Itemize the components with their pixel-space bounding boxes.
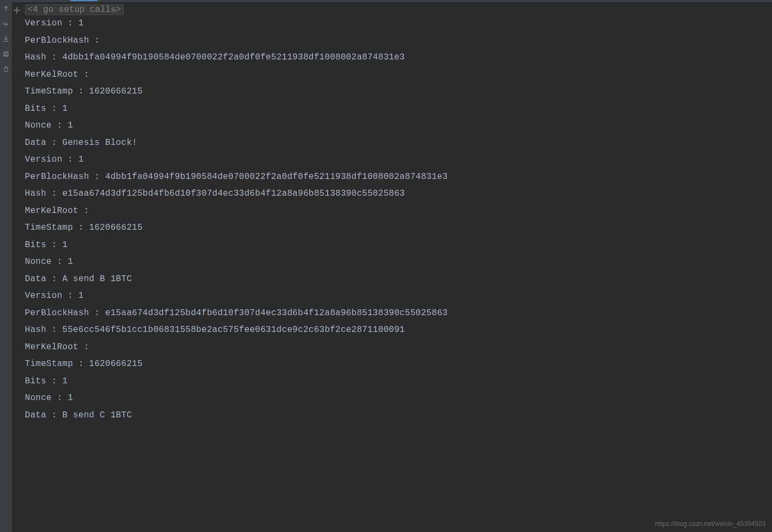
tab-accent bbox=[70, 0, 97, 1]
console-output: <4 go setup calls> Version : 1PerBlockHa… bbox=[12, 2, 772, 532]
svg-rect-1 bbox=[4, 52, 7, 54]
return-icon[interactable] bbox=[2, 19, 10, 28]
console-line: PerBlockHash : bbox=[15, 32, 772, 50]
console-line: Data : A send B 1BTC bbox=[15, 271, 772, 288]
console-line: Hash : 55e6cc546f5b1cc1b06831558be2ac575… bbox=[15, 322, 772, 339]
trash-icon[interactable] bbox=[2, 65, 10, 74]
console-line: Nonce : 1 bbox=[15, 254, 772, 271]
watermark-text: https://blog.csdn.net/weixin_45304503 bbox=[655, 520, 766, 528]
folded-region[interactable]: <4 go setup calls> bbox=[25, 4, 124, 15]
console-line: Nonce : 1 bbox=[15, 390, 772, 407]
console-line: MerKelRoot : bbox=[15, 203, 772, 220]
console-line: Bits : 1 bbox=[15, 237, 772, 254]
console-line: PerBlockHash : e15aa674d3df125bd4fb6d10f… bbox=[15, 305, 772, 322]
console-line: TimeStamp : 1620666215 bbox=[15, 220, 772, 237]
console-line: Hash : 4dbb1fa04994f9b190584de0700022f2a… bbox=[15, 49, 772, 66]
console-line: Nonce : 1 bbox=[15, 117, 772, 135]
console-line: Data : Genesis Block! bbox=[15, 135, 772, 152]
console-line: Version : 1 bbox=[15, 15, 772, 32]
console-line: TimeStamp : 1620666215 bbox=[15, 83, 772, 101]
console-line: TimeStamp : 1620666215 bbox=[15, 356, 772, 373]
console-line: Bits : 1 bbox=[15, 373, 772, 390]
console-line: PerBlockHash : 4dbb1fa04994f9b190584de07… bbox=[15, 169, 772, 186]
arrow-up-icon[interactable] bbox=[2, 4, 10, 13]
console-line: Version : 1 bbox=[15, 288, 772, 305]
console-line: Hash : e15aa674d3df125bd4fb6d10f307d4ec3… bbox=[15, 185, 772, 203]
console-line: Data : B send C 1BTC bbox=[15, 407, 772, 424]
print-icon[interactable] bbox=[2, 50, 10, 58]
tool-sidebar bbox=[0, 2, 12, 532]
download-icon[interactable] bbox=[2, 35, 10, 43]
console-line: Version : 1 bbox=[15, 151, 772, 169]
console-line: MerKelRoot : bbox=[15, 339, 772, 356]
console-line: MerKelRoot : bbox=[15, 66, 772, 84]
console-line: Bits : 1 bbox=[15, 101, 772, 118]
